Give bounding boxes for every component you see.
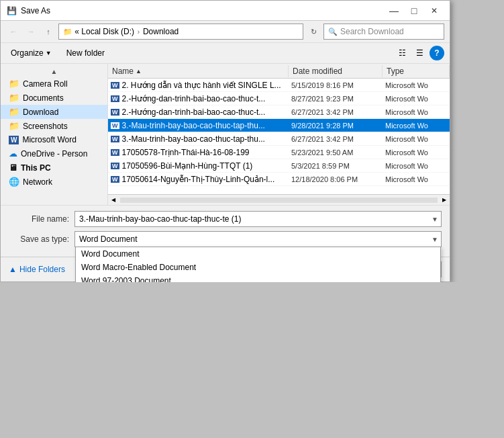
breadcrumb-local-disk: 📁 « Local Disk (D:) (63, 27, 134, 36)
file-name-value: 3.-Mau-trinh-bay-bao-cao-thuc-tap-thuc-t… (79, 214, 437, 224)
save-as-type-value: Word Document (79, 234, 437, 244)
file-date: 5/23/2021 9:50 AM (289, 148, 383, 157)
dialog-icon: 💾 (6, 5, 17, 16)
table-row[interactable]: W 17050596-Bùi-Mạnh-Hùng-TTQT (1) 5/3/20… (108, 159, 450, 173)
dropdown-item-word-doc[interactable]: Word Document (76, 247, 440, 261)
minimize-button[interactable]: — (384, 1, 404, 21)
hide-folders-button[interactable]: ▲ Hide Folders (9, 265, 65, 274)
file-date: 9/28/2021 9:28 PM (289, 122, 383, 130)
download-icon: 📁 (9, 107, 19, 117)
file-list-area: Name ▲ Date modified Type W 2. Hướng dẫn… (108, 64, 450, 205)
col-name-label: Name (112, 67, 134, 76)
sidebar-label-screenshots: Screenshots (23, 122, 68, 131)
file-name: 3.-Mau-trinh-bay-bao-cao-thuc-tap-thu... (122, 121, 265, 130)
sidebar-item-screenshots[interactable]: 📁 Screenshots (1, 119, 107, 133)
content-area: ▲ 📁 Camera Roll 📁 Documents 📁 Download 📁… (1, 64, 450, 205)
sidebar-item-camera-roll[interactable]: 📁 Camera Roll (1, 77, 107, 91)
file-word-icon: W (111, 122, 119, 129)
maximize-button[interactable]: □ (404, 1, 424, 21)
save-as-type-dropdown[interactable]: Word Document Word Macro-Enabled Documen… (75, 247, 441, 282)
file-list: W 2. Hướng dẫn và thực hành viết SINGLE … (108, 79, 450, 194)
sidebar-item-microsoft-word[interactable]: W Microsoft Word (1, 133, 107, 146)
file-word-icon: W (111, 136, 119, 142)
help-label: ? (434, 48, 439, 58)
sidebar-scroll-up[interactable]: ▲ (1, 67, 107, 77)
file-word-icon: W (111, 109, 119, 116)
file-name: 17050614-Nguyễn-Thị-Thùy-Linh-Quản-l... (122, 175, 275, 184)
file-type: Microsoft Wo (383, 122, 450, 130)
address-bar-row: ← → ↑ 📁 « Local Disk (D:) › Download ↻ 🔍… (1, 21, 450, 43)
address-box[interactable]: 📁 « Local Disk (D:) › Download (58, 24, 303, 40)
table-row[interactable]: W 17050578-Trịnh-Thái-Hà-16-08-199 5/23/… (108, 146, 450, 159)
refresh-button[interactable]: ↻ (306, 24, 321, 39)
h-scroll-left[interactable]: ◀ (108, 195, 119, 206)
title-bar-left: 💾 Save As (6, 5, 50, 16)
forward-button[interactable]: → (23, 24, 38, 39)
sidebar-label-network: Network (23, 177, 52, 187)
file-type: Microsoft Wo (383, 108, 450, 116)
sidebar-label-microsoft-word: Microsoft Word (22, 135, 76, 144)
word-icon: W (9, 136, 19, 144)
file-type: Microsoft Wo (383, 162, 450, 170)
file-name-label: File name: (9, 214, 69, 224)
col-header-date[interactable]: Date modified (289, 65, 383, 77)
table-row[interactable]: W 2. Hướng dẫn và thực hành viết SINGLE … (108, 79, 450, 92)
col-header-type[interactable]: Type (383, 65, 450, 77)
back-button[interactable]: ← (6, 24, 21, 39)
file-name: 3.-Mau-trinh-bay-bao-cao-thuc-tap-thu... (122, 134, 265, 144)
file-name-cell: W 3.-Mau-trinh-bay-bao-cao-thuc-tap-thu.… (108, 134, 289, 144)
file-date: 6/27/2021 3:42 PM (289, 135, 383, 143)
sidebar-item-this-pc[interactable]: 🖥 This PC (1, 161, 107, 175)
breadcrumb-download: Download (143, 27, 179, 36)
h-scroll-right[interactable]: ▶ (439, 195, 450, 206)
col-header-name[interactable]: Name ▲ (108, 65, 289, 77)
file-name-cell: W 2.-Hướng-dan-trinh-bai-bao-cao-thuc-t.… (108, 94, 289, 103)
save-as-type-label: Save as type: (9, 234, 69, 244)
sidebar-item-download[interactable]: 📁 Download (1, 105, 107, 119)
sidebar-item-documents[interactable]: 📁 Documents (1, 91, 107, 105)
file-type: Microsoft Wo (383, 135, 450, 143)
dropdown-item-word-macro[interactable]: Word Macro-Enabled Document (76, 261, 440, 274)
col-date-label: Date modified (293, 67, 342, 76)
file-name-cell: W 17050578-Trịnh-Thái-Hà-16-08-199 (108, 148, 289, 157)
file-word-icon: W (111, 82, 119, 89)
table-row[interactable]: W 17050614-Nguyễn-Thị-Thùy-Linh-Quản-l..… (108, 173, 450, 186)
organize-button[interactable]: Organize ▼ (6, 46, 56, 60)
search-placeholder: Search Download (340, 27, 404, 36)
sidebar-item-network[interactable]: 🌐 Network (1, 175, 107, 189)
save-as-dialog: 💾 Save As — □ ✕ ← → ↑ 📁 « Local Disk (D:… (0, 0, 450, 282)
up-button[interactable]: ↑ (41, 24, 56, 39)
close-button[interactable]: ✕ (424, 1, 444, 21)
h-scroll-track[interactable] (120, 198, 438, 203)
file-name-cell: W 17050596-Bùi-Mạnh-Hùng-TTQT (1) (108, 161, 289, 171)
view-toggle-button[interactable]: ☰ (412, 46, 427, 60)
search-box[interactable]: 🔍 Search Download (323, 24, 444, 40)
help-button[interactable]: ? (430, 46, 444, 60)
file-word-icon: W (111, 95, 119, 102)
sidebar-label-download: Download (23, 107, 58, 117)
horizontal-scrollbar[interactable]: ◀ ▶ (108, 194, 450, 205)
file-word-icon: W (111, 149, 119, 156)
organize-label: Organize (11, 48, 44, 58)
file-type: Microsoft Wo (383, 95, 450, 103)
file-name-cell: W 2.-Hướng-dan-trinh-bai-bao-cao-thuc-t.… (108, 107, 289, 117)
sidebar-item-onedrive[interactable]: ☁ OneDrive - Person (1, 146, 107, 161)
table-row[interactable]: W 2.-Hướng-dan-trinh-bai-bao-cao-thuc-t.… (108, 105, 450, 119)
file-date: 5/3/2021 8:59 PM (289, 162, 383, 170)
breadcrumb: 📁 « Local Disk (D:) › Download (63, 27, 179, 36)
view-options-button[interactable]: ☷ (395, 46, 409, 60)
new-folder-button[interactable]: New folder (62, 46, 109, 60)
file-word-icon: W (111, 176, 119, 183)
table-row[interactable]: W 3.-Mau-trinh-bay-bao-cao-thuc-tap-thu.… (108, 132, 450, 146)
file-name-input[interactable]: 3.-Mau-trinh-bay-bao-cao-thuc-tap-thuc-t… (74, 211, 442, 227)
toolbar-row: Organize ▼ New folder ☷ ☰ ? (1, 43, 450, 64)
file-name: 2.-Hướng-dan-trinh-bai-bao-cao-thuc-t... (122, 94, 266, 103)
sidebar: ▲ 📁 Camera Roll 📁 Documents 📁 Download 📁… (1, 64, 108, 205)
sidebar-label-camera-roll: Camera Roll (23, 79, 68, 89)
search-icon: 🔍 (328, 28, 338, 36)
dropdown-item-word-97[interactable]: Word 97-2003 Document (76, 274, 440, 282)
save-as-type-select[interactable]: Word Document ▼ Word Document Word Macro… (74, 231, 442, 247)
table-row[interactable]: W 3.-Mau-trinh-bay-bao-cao-thuc-tap-thu.… (108, 119, 450, 132)
title-bar: 💾 Save As — □ ✕ (1, 1, 450, 21)
table-row[interactable]: W 2.-Hướng-dan-trinh-bai-bao-cao-thuc-t.… (108, 92, 450, 105)
